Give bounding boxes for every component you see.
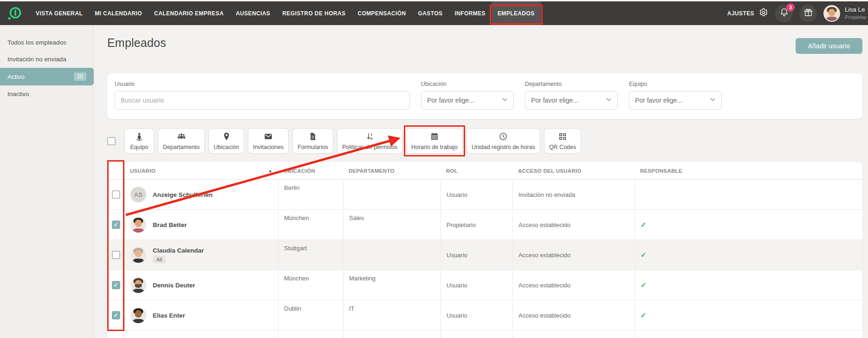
cell-role: Usuario: [440, 180, 512, 209]
avatar: [130, 217, 146, 233]
row-checkbox[interactable]: [112, 190, 120, 199]
column-header-rol[interactable]: ROL: [440, 168, 512, 174]
cell-department: IT: [343, 300, 440, 330]
sidebar-item-invitacion-no-enviada[interactable]: Invitación no enviada: [0, 51, 94, 67]
nav-item-informes[interactable]: INFORMES: [448, 1, 492, 25]
qr-icon: [558, 132, 567, 143]
cell-location: München: [278, 210, 343, 240]
cell-department: [343, 180, 440, 209]
bulk-actions-toolbar: Equipo Departamento Ubicación Invitacion…: [107, 128, 862, 154]
nav-item-ausencias[interactable]: AUSENCIAS: [230, 1, 276, 25]
table-row-partial[interactable]: ✓: [107, 331, 862, 338]
column-header-acceso[interactable]: ACCESO DEL USUARIO: [512, 168, 635, 174]
filter-select-departamento[interactable]: Por favor elige...: [525, 91, 618, 110]
table-body: AS Anzeige Schulferien Berlin Usuario In…: [107, 180, 862, 338]
toolbar-button-invitaciones[interactable]: Invitaciones: [248, 128, 289, 154]
gift-icon: [803, 7, 813, 19]
table-row[interactable]: ✓ Brad Better München Sales Propietario …: [107, 210, 862, 240]
main-content: Empleados Añadir usuario Usuario Ubicaci…: [94, 25, 868, 338]
envelope-icon: [264, 132, 273, 143]
sidebar-item-inactivo[interactable]: Inactivo: [0, 86, 94, 102]
chevron-down-icon: [501, 96, 509, 105]
nav-item-registro-de-horas[interactable]: REGISTRO DE HORAS: [276, 1, 351, 25]
row-checkbox[interactable]: [112, 251, 120, 259]
cell-location: Stuttgart: [278, 240, 343, 270]
count-badge: 20: [74, 72, 86, 81]
toolbar-button-qr-codes[interactable]: QR Codes: [544, 128, 581, 154]
nav-item-mi-calendario[interactable]: MI CALENDARIO: [89, 1, 148, 25]
table-row[interactable]: Claudia Calendar All Stuttgart Usuario A…: [107, 240, 862, 270]
cell-access: Acceso establecido: [512, 210, 635, 240]
filter-select-ubicacion[interactable]: Por favor elige...: [421, 91, 514, 110]
cell-access: Acceso establecido: [512, 240, 635, 270]
table-row[interactable]: ✓ Elias Enter Dublin IT Usuario Acceso e…: [107, 300, 862, 331]
absence-logo[interactable]: [0, 1, 30, 25]
column-header-ubicacion[interactable]: UBICACIÓN: [278, 168, 343, 174]
gift-button[interactable]: [799, 5, 817, 22]
sidebar-item-todos-los-empleados[interactable]: Todos los empleados: [0, 34, 94, 51]
employee-name: Brad Better: [153, 221, 187, 228]
row-checkbox[interactable]: ✓: [112, 281, 120, 289]
row-checkbox[interactable]: ✓: [112, 221, 120, 229]
nav-item-calendario-empresa[interactable]: CALENDARIO EMPRESA: [148, 1, 230, 25]
toolbar-button-unidad-registro-de-horas[interactable]: Unidad registro de horas: [466, 128, 540, 154]
column-header-departamento[interactable]: DEPARTAMENTO: [343, 168, 440, 174]
employee-name: Anzeige Schulferien: [153, 191, 213, 198]
avatar: [130, 247, 146, 263]
toolbar-button-horario-de-trabajo[interactable]: Horario de trabajo: [406, 128, 463, 154]
cell-access: Acceso establecido: [512, 300, 635, 330]
toolbar-button-departamento[interactable]: Departamento: [158, 128, 205, 154]
notifications-button[interactable]: 3: [775, 5, 793, 22]
search-input[interactable]: [115, 91, 410, 110]
user-menu[interactable]: Lisa Le Propietar: [823, 5, 868, 22]
settings-button[interactable]: AJUSTES: [727, 7, 769, 19]
nav-item-empleados[interactable]: EMPLEADOS: [492, 1, 541, 25]
cell-role: Usuario: [440, 300, 512, 330]
user-role: Propietar: [845, 14, 867, 20]
cell-department: [343, 331, 440, 338]
responsible-check-icon: ✓: [641, 281, 647, 289]
cell-role: Propietario: [440, 210, 512, 240]
search-label: Usuario: [115, 81, 410, 87]
cell-access: Acceso establecido: [512, 270, 635, 300]
responsible-check-icon: ✓: [641, 251, 647, 259]
responsible-check-icon: ✓: [641, 221, 647, 229]
toolbar-button-equipo[interactable]: Equipo: [124, 128, 154, 154]
chevron-down-icon: [709, 96, 717, 105]
filter-card: Usuario Ubicación Por favor elige... Dep…: [107, 73, 862, 119]
add-user-button[interactable]: Añadir usuario: [796, 38, 862, 54]
cell-role: Usuario: [440, 270, 512, 300]
avatar: [823, 5, 840, 22]
filter-select-equipo[interactable]: Por favor elige...: [629, 91, 722, 110]
sidebar-item-activo[interactable]: Activo 20: [0, 68, 94, 85]
column-header-responsable[interactable]: RESPONSABLE: [635, 168, 862, 174]
toolbar-button-formularios[interactable]: Formularios: [292, 128, 333, 154]
calendar-icon: [430, 132, 439, 143]
nav-tabs: VISTA GENERALMI CALENDARIOCALENDARIO EMP…: [30, 1, 541, 25]
employee-name: Elias Enter: [153, 312, 185, 319]
table-row[interactable]: AS Anzeige Schulferien Berlin Usuario In…: [107, 180, 862, 210]
cell-access: Invitación no enviada: [512, 180, 635, 209]
nav-right-cluster: AJUSTES 3 Lisa Le Propietar: [727, 1, 868, 25]
table-row[interactable]: ✓ Dennis Deuter München Marketing Usuari…: [107, 270, 862, 300]
nav-item-vista-general[interactable]: VISTA GENERAL: [30, 1, 89, 25]
nav-item-gastos[interactable]: GASTOS: [412, 1, 449, 25]
employees-table: USUARIO ▲ UBICACIÓN DEPARTAMENTO ROL ACC…: [107, 162, 862, 338]
select-all-checkbox[interactable]: [107, 137, 116, 145]
cell-location: München: [278, 270, 343, 300]
sort-asc-icon[interactable]: ▲: [268, 169, 272, 173]
cell-location: Dublin: [278, 300, 343, 330]
nav-item-compensacion[interactable]: COMPENSACIÓN: [351, 1, 412, 25]
toolbar-button-politicas-de-permisos[interactable]: 19 Políticas de permisos: [337, 128, 402, 154]
document-icon: [308, 132, 317, 143]
notification-count-badge: 3: [786, 3, 795, 12]
toolbar-button-ubicacion[interactable]: Ubicación: [208, 128, 244, 154]
person-icon: [135, 132, 144, 143]
row-checkbox[interactable]: ✓: [112, 311, 120, 319]
team-badge: All: [153, 256, 166, 263]
employee-name: Claudia Calendar: [153, 247, 204, 254]
logo-icon: [6, 5, 23, 22]
cell-location: [278, 331, 343, 338]
column-header-usuario[interactable]: USUARIO ▲: [124, 168, 278, 174]
cell-location: Berlin: [278, 180, 343, 209]
